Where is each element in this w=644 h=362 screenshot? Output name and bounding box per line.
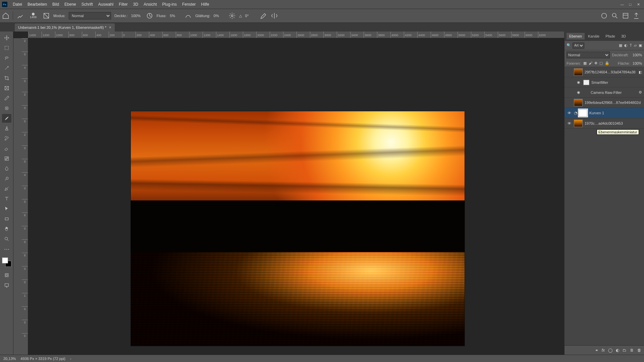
smart-filter-mask-thumbnail[interactable] — [583, 80, 589, 85]
search-icon[interactable] — [611, 12, 619, 19]
menu-ansicht[interactable]: Ansicht — [141, 2, 159, 7]
flow-value[interactable]: 5% — [170, 14, 181, 18]
crop-tool[interactable] — [2, 74, 11, 82]
layer-row[interactable]: ◉ Smartfilter — [565, 77, 644, 87]
history-brush-tool[interactable] — [2, 134, 11, 143]
panel-tab-ebenen[interactable]: Ebenen — [567, 33, 585, 40]
filter-type-icon[interactable]: T — [630, 43, 632, 48]
blend-mode-select[interactable]: Normal — [69, 12, 111, 19]
layer-row[interactable]: 👁 ◔ Kurven 1 — [565, 108, 644, 118]
layer-style-button[interactable]: fx — [602, 348, 605, 353]
gradient-tool[interactable] — [2, 154, 11, 163]
symmetry-button[interactable] — [271, 12, 278, 19]
visibility-toggle[interactable]: ◉ — [576, 80, 581, 85]
filter-shape-icon[interactable]: ▱ — [634, 43, 637, 48]
status-flyout-button[interactable]: › — [70, 357, 71, 361]
color-swatches[interactable] — [2, 257, 11, 267]
layer-row[interactable]: ◉ Camera Raw-Filter ⚙ — [565, 87, 644, 98]
brush-tool[interactable] — [2, 114, 11, 123]
new-group-button[interactable]: 🗀 — [623, 348, 627, 353]
visibility-toggle[interactable] — [567, 69, 572, 75]
clone-stamp-tool[interactable] — [2, 124, 11, 133]
brush-panel-toggle-button[interactable] — [43, 12, 50, 19]
menu-schrift[interactable]: Schrift — [79, 2, 96, 7]
window-close-button[interactable]: ✕ — [635, 2, 642, 7]
layer-name[interactable]: 199e6dea42f968…87ee9494802d — [585, 101, 642, 105]
lock-all-icon[interactable]: 🔒 — [605, 61, 609, 65]
foreground-color-swatch[interactable] — [2, 257, 8, 263]
filter-smart-icon[interactable]: ▣ — [639, 43, 642, 48]
link-layers-button[interactable]: ⚭ — [595, 348, 598, 353]
zoom-level[interactable]: 20,13% — [3, 357, 16, 361]
layer-name[interactable]: 29f7fb124604…93a047894a38 — [585, 70, 637, 74]
angle-value[interactable]: 0° — [245, 14, 257, 18]
pen-tool[interactable] — [2, 184, 11, 193]
cloud-docs-icon[interactable] — [600, 12, 608, 19]
frame-tool[interactable] — [2, 84, 11, 93]
menu-fenster[interactable]: Fenster — [179, 2, 199, 7]
layer-thumbnail[interactable] — [574, 68, 583, 76]
hand-tool[interactable] — [2, 225, 11, 233]
window-maximize-button[interactable]: □ — [627, 2, 634, 7]
opacity-pressure-button[interactable] — [146, 12, 153, 19]
quick-mask-button[interactable] — [2, 271, 11, 280]
menu-datei[interactable]: Datei — [10, 2, 25, 7]
layer-name[interactable]: Camera Raw-Filter — [583, 90, 637, 95]
edit-toolbar-button[interactable]: ⋯ — [2, 245, 11, 253]
smoothing-value[interactable]: 0% — [214, 14, 225, 18]
window-minimize-button[interactable]: — — [619, 2, 626, 7]
menu-filter[interactable]: Filter — [116, 2, 130, 7]
layer-thumbnail[interactable] — [574, 120, 583, 127]
layer-mask-thumbnail[interactable] — [579, 109, 587, 117]
marquee-tool[interactable] — [2, 44, 11, 52]
panel-tab-pfade[interactable]: Pfade — [603, 33, 618, 40]
layer-thumbnail[interactable] — [574, 99, 583, 106]
layer-row[interactable]: 👁 1970c…ad4dc0010453 — [565, 118, 644, 129]
lock-position-icon[interactable]: ✥ — [594, 61, 597, 65]
visibility-toggle[interactable]: 👁 — [567, 121, 572, 126]
visibility-toggle[interactable]: 👁 — [567, 110, 572, 116]
zoom-tool[interactable] — [2, 235, 11, 243]
filter-options-icon[interactable]: ⚙ — [639, 90, 642, 95]
opacity-value[interactable]: 100% — [131, 14, 143, 18]
lasso-tool[interactable] — [2, 54, 11, 62]
layer-opacity-value[interactable]: 100% — [631, 53, 642, 57]
new-adjustment-button[interactable]: ◐ — [616, 348, 619, 353]
rectangle-tool[interactable] — [2, 215, 11, 223]
menu-bearbeiten[interactable]: Bearbeiten — [25, 2, 50, 7]
filter-adjust-icon[interactable]: ◐ — [624, 43, 628, 48]
menu-ebene[interactable]: Ebene — [62, 2, 79, 7]
document-tab[interactable]: Unbenannt-1 bei 20,1% (Kurven 1, Ebenenm… — [15, 23, 115, 32]
home-button[interactable] — [2, 12, 9, 19]
visibility-toggle[interactable]: ◉ — [576, 90, 581, 95]
type-tool[interactable] — [2, 194, 11, 203]
layer-row[interactable]: 199e6dea42f968…87ee9494802d — [565, 98, 644, 108]
menu-3d[interactable]: 3D — [130, 2, 141, 7]
delete-layer-button[interactable]: 🗑 — [637, 348, 641, 353]
new-layer-button[interactable]: 🗎 — [630, 348, 634, 353]
lock-transparency-icon[interactable]: ▩ — [583, 61, 587, 65]
menu-auswahl[interactable]: Auswahl — [96, 2, 116, 7]
layer-name[interactable]: 1970c…ad4dc0010453 — [585, 121, 642, 125]
layer-filter-type-select[interactable]: Art — [573, 43, 584, 49]
airbrush-button[interactable] — [184, 12, 192, 19]
move-tool[interactable] — [2, 34, 11, 42]
tablet-pressure-size-button[interactable] — [260, 12, 267, 19]
visibility-toggle[interactable] — [567, 100, 572, 105]
layer-name[interactable]: Kurven 1 — [589, 111, 642, 115]
layer-blend-mode-select[interactable]: Normal — [567, 52, 610, 58]
eyedropper-tool[interactable] — [2, 94, 11, 103]
magic-wand-tool[interactable] — [2, 64, 11, 72]
share-button[interactable] — [633, 12, 640, 19]
blur-tool[interactable] — [2, 164, 11, 173]
healing-brush-tool[interactable] — [2, 104, 11, 113]
add-mask-button[interactable]: ◯ — [608, 348, 612, 353]
panel-tab-kanaele[interactable]: Kanäle — [585, 33, 602, 40]
workspace-switcher-button[interactable] — [622, 12, 629, 19]
layer-row[interactable]: 29f7fb124604…93a047894a38 ◧ — [565, 67, 644, 77]
canvas-area[interactable]: 1400120010008006004002000200400600800100… — [13, 32, 564, 355]
menu-hilfe[interactable]: Hilfe — [199, 2, 212, 7]
screen-mode-button[interactable] — [2, 281, 11, 290]
tool-preset-button[interactable] — [16, 12, 24, 19]
brush-preset-picker[interactable]: 1409 — [27, 11, 39, 20]
